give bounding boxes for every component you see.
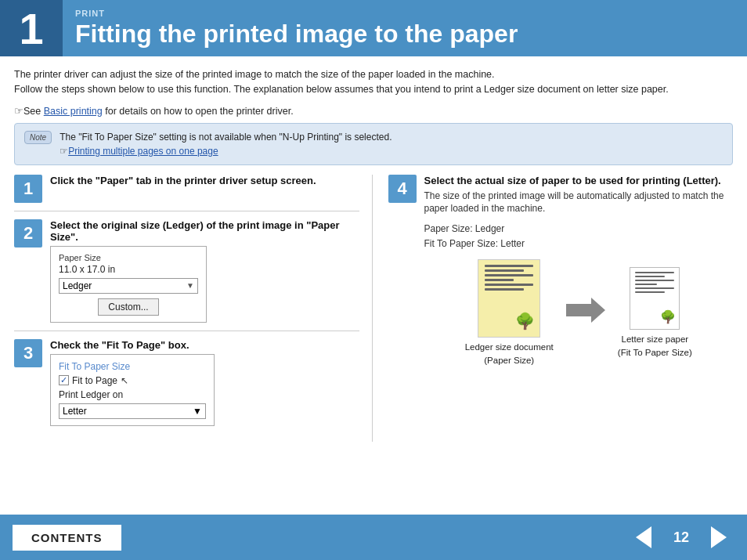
custom-button[interactable]: Custom... xyxy=(98,298,158,316)
header-text: PRINT Fitting the printed image to the p… xyxy=(63,2,747,55)
ledger-diagram-item: 🌳 Ledger size document (Paper Size) xyxy=(465,259,554,366)
paper-info: Paper Size: Ledger Fit To Paper Size: Le… xyxy=(424,222,734,251)
letter-caption: Letter size paper (Fit To Paper Size) xyxy=(618,333,692,358)
step-3-title: Check the "Fit To Page" box. xyxy=(50,339,359,351)
sl-6 xyxy=(635,291,665,293)
step-3: 3 Check the "Fit To Page" box. Fit To Pa… xyxy=(14,339,359,434)
ledger-paper: 🌳 xyxy=(478,259,540,338)
arrow-icon xyxy=(566,298,605,329)
steps-right: 4 Select the actual size of paper to be … xyxy=(385,175,734,442)
step-4-content: Select the actual size of paper to be us… xyxy=(424,175,734,367)
line-3 xyxy=(485,274,533,276)
step-4-number: 4 xyxy=(388,175,417,203)
step-4-title: Select the actual size of paper to be us… xyxy=(424,175,734,186)
sl-3 xyxy=(635,280,674,281)
line-4 xyxy=(485,279,514,281)
ledger-select[interactable]: Ledger ▼ xyxy=(59,278,198,294)
step-4-desc: The size of the printed image will be au… xyxy=(424,190,734,216)
print-ledger-label: Print Ledger on xyxy=(59,389,206,400)
contents-button[interactable]: CONTENTS xyxy=(13,525,121,551)
letter-select[interactable]: Letter ▼ xyxy=(59,403,206,419)
chapter-number: 1 xyxy=(0,0,63,56)
prev-page-button[interactable] xyxy=(628,523,659,551)
letter-select-arrow-icon: ▼ xyxy=(193,406,202,417)
cursor-icon: ↖ xyxy=(121,375,128,386)
note-text: The "Fit To Paper Size" setting is not a… xyxy=(60,130,392,158)
step-2-title: Select the original size (Ledger) of the… xyxy=(50,219,359,243)
letter-diagram-item: 🌳 Letter size paper (Fit To Paper Size) xyxy=(618,267,692,358)
note-link[interactable]: Printing multiple pages on one page xyxy=(68,146,218,157)
tree-icon-right: 🌳 xyxy=(660,309,676,324)
step-2-number: 2 xyxy=(14,219,42,247)
line-5 xyxy=(485,284,533,286)
step-1: 1 Click the "Paper" tab in the printer d… xyxy=(14,175,359,211)
svg-marker-0 xyxy=(566,298,605,323)
next-page-button[interactable] xyxy=(703,523,734,551)
note-icon: Note xyxy=(24,131,52,144)
sl-5 xyxy=(635,287,674,289)
intro-paragraph: The printer driver can adjust the size o… xyxy=(14,67,733,97)
footer-nav: 12 xyxy=(628,523,734,551)
step-3-number: 3 xyxy=(14,339,42,367)
fit-widget: Fit To Paper Size ✓ Fit to Page ↖ Print … xyxy=(50,354,215,426)
see-line: ☞See Basic printing for details on how t… xyxy=(14,105,733,117)
main-content: The printer driver can adjust the size o… xyxy=(0,56,747,515)
fit-widget-label: Fit To Paper Size xyxy=(59,361,206,372)
steps-left: 1 Click the "Paper" tab in the printer d… xyxy=(14,175,373,442)
page-title: Fitting the printed image to the paper xyxy=(75,20,734,49)
line-1 xyxy=(485,265,533,267)
paper-size-label: Paper Size xyxy=(59,253,198,262)
sl-1 xyxy=(635,272,674,273)
step-2: 2 Select the original size (Ledger) of t… xyxy=(14,219,359,331)
ledger-caption: Ledger size document (Paper Size) xyxy=(465,341,554,366)
step-3-content: Check the "Fit To Page" box. Fit To Pape… xyxy=(50,339,359,426)
line-2 xyxy=(485,269,524,272)
steps-container: 1 Click the "Paper" tab in the printer d… xyxy=(14,175,733,442)
sl-2 xyxy=(635,276,665,277)
fit-to-page-label: Fit to Page xyxy=(72,375,117,386)
step-2-content: Select the original size (Ledger) of the… xyxy=(50,219,359,323)
section-label: PRINT xyxy=(75,9,734,18)
next-arrow-icon xyxy=(711,526,727,548)
checkmark-icon: ✓ xyxy=(60,375,67,385)
step-1-number: 1 xyxy=(14,175,42,203)
fit-to-page-row[interactable]: ✓ Fit to Page ↖ xyxy=(59,375,206,386)
header: 1 PRINT Fitting the printed image to the… xyxy=(0,0,747,56)
step-1-content: Click the "Paper" tab in the printer dri… xyxy=(50,175,359,190)
select-arrow-icon: ▼ xyxy=(186,281,194,290)
prev-arrow-icon xyxy=(636,526,651,548)
step-4: 4 Select the actual size of paper to be … xyxy=(388,175,734,374)
paper-size-widget: Paper Size 11.0 x 17.0 in Ledger ▼ Custo… xyxy=(50,246,207,323)
letter-paper: 🌳 xyxy=(630,267,680,330)
fit-to-page-checkbox[interactable]: ✓ xyxy=(59,375,69,385)
paper-size-value: 11.0 x 17.0 in xyxy=(59,264,198,275)
page-number: 12 xyxy=(669,529,694,546)
sl-4 xyxy=(635,284,657,285)
note-box: Note The "Fit To Paper Size" setting is … xyxy=(14,123,733,165)
diagram: 🌳 Ledger size document (Paper Size) xyxy=(424,259,734,366)
footer: CONTENTS 12 xyxy=(0,515,747,560)
step-1-title: Click the "Paper" tab in the printer dri… xyxy=(50,175,359,186)
tree-icon-left: 🌳 xyxy=(515,312,535,331)
line-6 xyxy=(485,288,524,291)
basic-printing-link[interactable]: Basic printing xyxy=(44,106,103,117)
